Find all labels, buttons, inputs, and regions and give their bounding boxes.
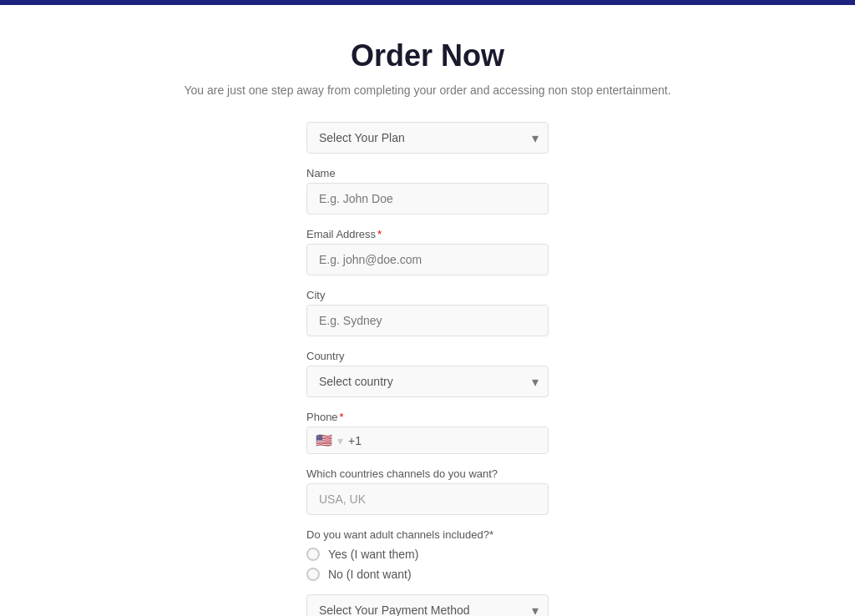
country-label: Country bbox=[306, 350, 549, 362]
phone-group: Phone* 🇺🇸 ▾ +1 bbox=[306, 411, 549, 454]
page-title: Order Now bbox=[17, 38, 838, 73]
email-group: Email Address* bbox=[306, 228, 549, 275]
name-group: Name bbox=[306, 167, 549, 215]
phone-label: Phone* bbox=[306, 411, 549, 423]
payment-method-select-wrapper[interactable]: Select Your Payment MethodCredit CardPay… bbox=[306, 594, 549, 616]
city-input[interactable] bbox=[306, 305, 549, 336]
channels-label: Which countries channels do you want? bbox=[306, 467, 549, 480]
plan-select-wrapper[interactable]: Select Your PlanBasic PlanStandard PlanP… bbox=[306, 122, 549, 154]
email-input[interactable] bbox=[306, 244, 549, 275]
adult-yes-radio[interactable] bbox=[306, 548, 320, 561]
adult-channels-radio-group: Yes (I want them) No (I dont want) bbox=[306, 548, 549, 581]
page-container: Order Now You are just one step away fro… bbox=[0, 5, 855, 616]
adult-channels-label: Do you want adult channels included?* bbox=[306, 528, 549, 541]
name-label: Name bbox=[306, 167, 549, 179]
page-subtitle: You are just one step away from completi… bbox=[17, 83, 838, 97]
payment-method-group: Select Your Payment MethodCredit CardPay… bbox=[306, 594, 549, 616]
name-input[interactable] bbox=[306, 183, 549, 215]
adult-yes-label: Yes (I want them) bbox=[328, 548, 418, 561]
phone-dropdown-icon[interactable]: ▾ bbox=[337, 434, 343, 447]
payment-method-select[interactable]: Select Your Payment MethodCredit CardPay… bbox=[306, 594, 549, 616]
phone-input-wrapper[interactable]: 🇺🇸 ▾ +1 bbox=[306, 427, 549, 454]
channels-input[interactable] bbox=[306, 483, 549, 515]
adult-no-radio[interactable] bbox=[306, 568, 320, 581]
phone-number-input[interactable] bbox=[367, 434, 539, 447]
form-container: Select Your PlanBasic PlanStandard PlanP… bbox=[306, 122, 549, 616]
phone-flag: 🇺🇸 bbox=[316, 432, 332, 448]
adult-no-label: No (I dont want) bbox=[328, 568, 412, 581]
city-label: City bbox=[306, 289, 549, 301]
country-select[interactable]: Select countryUnited StatesUnited Kingdo… bbox=[306, 366, 549, 397]
channels-group: Which countries channels do you want? bbox=[306, 467, 549, 515]
adult-channels-group: Do you want adult channels included?* Ye… bbox=[306, 528, 549, 581]
phone-code: +1 bbox=[348, 434, 362, 447]
city-group: City bbox=[306, 289, 549, 336]
email-label: Email Address* bbox=[306, 228, 549, 240]
adult-no-option[interactable]: No (I dont want) bbox=[306, 568, 549, 581]
plan-select[interactable]: Select Your PlanBasic PlanStandard PlanP… bbox=[306, 122, 549, 154]
country-group: Country Select countryUnited StatesUnite… bbox=[306, 350, 549, 397]
country-select-wrapper[interactable]: Select countryUnited StatesUnited Kingdo… bbox=[306, 366, 549, 397]
page-header: Order Now You are just one step away fro… bbox=[17, 38, 838, 97]
adult-yes-option[interactable]: Yes (I want them) bbox=[306, 548, 549, 561]
plan-group: Select Your PlanBasic PlanStandard PlanP… bbox=[306, 122, 549, 154]
